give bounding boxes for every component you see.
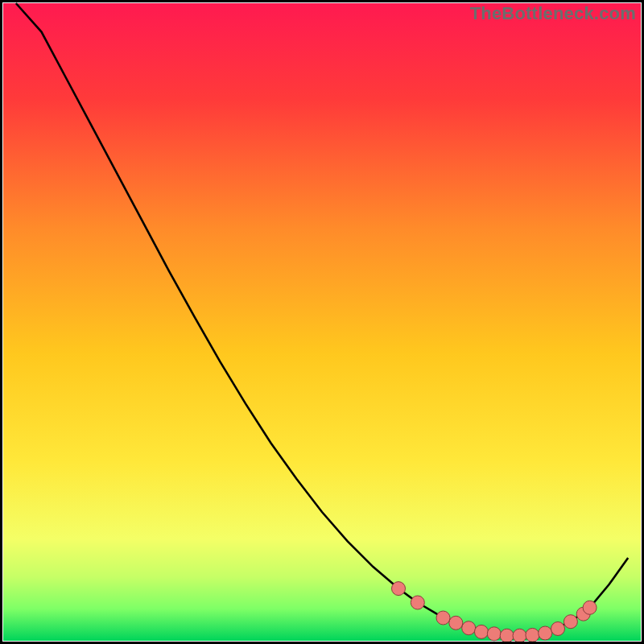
chart-container: TheBottleneck.com (0, 0, 644, 644)
curve-marker (583, 601, 597, 614)
curve-marker (487, 627, 501, 641)
curve-marker (500, 629, 514, 642)
bottleneck-curve-chart (0, 0, 644, 644)
curve-marker (436, 611, 450, 625)
curve-marker (526, 628, 539, 642)
curve-marker (475, 625, 489, 638)
heatmap-background (3, 3, 641, 641)
curve-marker (462, 621, 476, 635)
curve-marker (513, 629, 526, 642)
plot-area (3, 3, 641, 642)
curve-marker (411, 596, 424, 609)
watermark-label: TheBottleneck.com (470, 3, 636, 24)
curve-marker (539, 626, 552, 640)
curve-marker (564, 615, 577, 629)
curve-marker (551, 622, 565, 636)
curve-marker (449, 616, 463, 630)
curve-marker (392, 582, 406, 596)
